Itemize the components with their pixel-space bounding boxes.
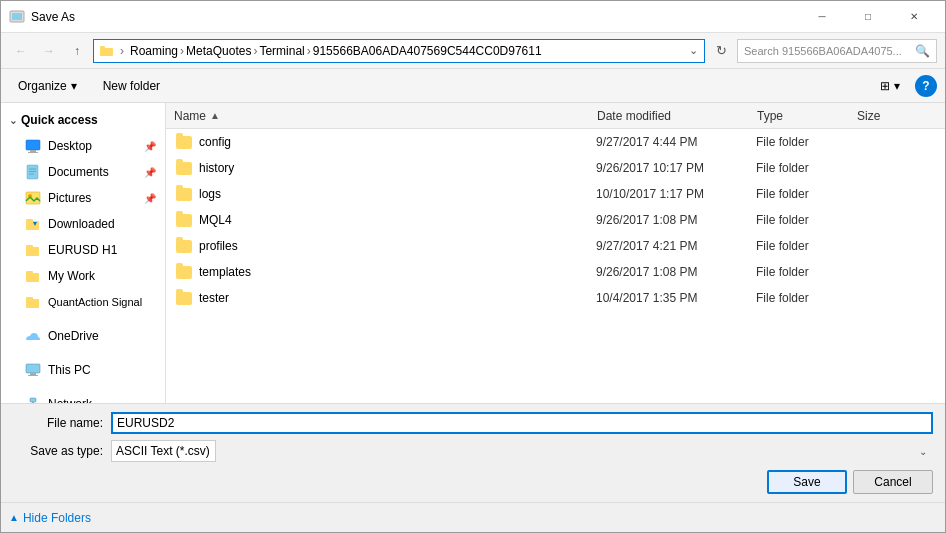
folder-icon [175,263,193,281]
dialog-icon [9,9,25,25]
file-name: MQL4 [199,213,596,227]
hide-folders-row[interactable]: ▲ Hide Folders [1,502,945,532]
new-folder-button[interactable]: New folder [94,74,169,98]
sidebar-item-network[interactable]: Network [1,391,165,403]
file-name: history [199,161,596,175]
sidebar-item-quantaction[interactable]: QuantAction Signal [1,289,165,315]
save-button[interactable]: Save [767,470,847,494]
svg-rect-3 [100,46,105,50]
organize-arrow: ▾ [71,79,77,93]
desktop-icon [24,137,42,155]
file-date: 10/4/2017 1:35 PM [596,291,756,305]
file-list-header: Name ▲ Date modified Type Size [166,103,945,129]
sidebar-item-pictures[interactable]: Pictures 📌 [1,185,165,211]
folder-icon [175,133,193,151]
file-name: config [199,135,596,149]
quick-access-label: Quick access [21,113,98,127]
filename-input[interactable] [111,412,933,434]
path-terminal: Terminal [259,44,304,58]
dialog-title: Save As [31,10,799,24]
path-folder-icon [100,45,118,57]
forward-button[interactable]: → [37,39,61,63]
documents-icon [24,163,42,181]
sidebar-desktop-label: Desktop [48,139,92,153]
up-button[interactable]: ↑ [65,39,89,63]
address-path[interactable]: › Roaming › MetaQuotes › Terminal › 9155… [93,39,705,63]
col-header-date[interactable]: Date modified [597,109,757,123]
sidebar-item-desktop[interactable]: Desktop 📌 [1,133,165,159]
col-size-label: Size [857,109,880,123]
help-button[interactable]: ? [915,75,937,97]
sidebar-quantaction-label: QuantAction Signal [48,296,142,308]
file-date: 9/27/2017 4:21 PM [596,239,756,253]
sidebar-mywork-label: My Work [48,269,95,283]
svg-rect-6 [28,152,38,153]
svg-rect-1 [12,13,22,20]
folder-icon [175,237,193,255]
refresh-button[interactable]: ↻ [709,39,733,63]
file-type: File folder [756,265,856,279]
svg-rect-4 [26,140,40,150]
close-button[interactable]: ✕ [891,1,937,33]
sidebar-item-thispc[interactable]: This PC [1,357,165,383]
sidebar-item-downloaded[interactable]: Downloaded [1,211,165,237]
svg-rect-21 [26,297,33,301]
table-row[interactable]: templates 9/26/2017 1:08 PM File folder [166,259,945,285]
search-icon: 🔍 [915,44,930,58]
quick-access-header[interactable]: ⌄ Quick access [1,107,165,133]
mywork-icon [24,267,42,285]
svg-rect-25 [30,398,36,402]
file-date: 9/26/2017 10:17 PM [596,161,756,175]
organize-button[interactable]: Organize ▾ [9,74,86,98]
pin-icon: 📌 [144,193,156,204]
path-roaming: Roaming [130,44,178,58]
sidebar-thispc-label: This PC [48,363,91,377]
sidebar-pictures-label: Pictures [48,191,91,205]
minimize-button[interactable]: ─ [799,1,845,33]
sidebar-item-eurusd[interactable]: EURUSD H1 [1,237,165,263]
file-type: File folder [756,239,856,253]
sidebar-separator-1 [1,315,165,323]
pin-icon: 📌 [144,167,156,178]
view-button[interactable]: ⊞ ▾ [871,74,909,98]
sidebar-item-documents[interactable]: Documents 📌 [1,159,165,185]
col-header-name[interactable]: Name ▲ [174,109,597,123]
view-icon: ⊞ [880,79,890,93]
col-header-size[interactable]: Size [857,109,937,123]
back-button[interactable]: ← [9,39,33,63]
file-date: 10/10/2017 1:17 PM [596,187,756,201]
folder-icon [175,289,193,307]
network-icon [24,395,42,403]
maximize-button[interactable]: □ [845,1,891,33]
filetype-select[interactable]: ASCII Text (*.csv) [111,440,216,462]
view-controls: ⊞ ▾ ? [871,74,937,98]
table-row[interactable]: tester 10/4/2017 1:35 PM File folder [166,285,945,311]
sidebar-separator-2 [1,349,165,357]
svg-rect-24 [28,375,38,376]
table-row[interactable]: config 9/27/2017 4:44 PM File folder [166,129,945,155]
quick-access-arrow: ⌄ [9,115,17,126]
folder-icon [175,159,193,177]
bottom-area: File name: Save as type: ASCII Text (*.c… [1,403,945,502]
table-row[interactable]: MQL4 9/26/2017 1:08 PM File folder [166,207,945,233]
file-type: File folder [756,213,856,227]
search-box[interactable]: Search 915566BA06ADA4075... 🔍 [737,39,937,63]
folder-icon [175,211,193,229]
sidebar-item-onedrive[interactable]: OneDrive [1,323,165,349]
main-content: ⌄ Quick access Desktop 📌 Documents 📌 [1,103,945,403]
table-row[interactable]: history 9/26/2017 10:17 PM File folder [166,155,945,181]
table-row[interactable]: profiles 9/27/2017 4:21 PM File folder [166,233,945,259]
svg-rect-22 [26,364,40,373]
col-header-type[interactable]: Type [757,109,857,123]
filename-row: File name: [13,412,933,434]
quantaction-icon [24,293,42,311]
svg-rect-17 [26,245,33,249]
bottom-buttons: Save Cancel [13,470,933,494]
file-list: Name ▲ Date modified Type Size config 9/… [166,103,945,403]
file-name: logs [199,187,596,201]
sidebar-item-mywork[interactable]: My Work [1,263,165,289]
path-dropdown-arrow[interactable]: ⌄ [689,44,698,57]
col-date-label: Date modified [597,109,671,123]
table-row[interactable]: logs 10/10/2017 1:17 PM File folder [166,181,945,207]
cancel-button[interactable]: Cancel [853,470,933,494]
